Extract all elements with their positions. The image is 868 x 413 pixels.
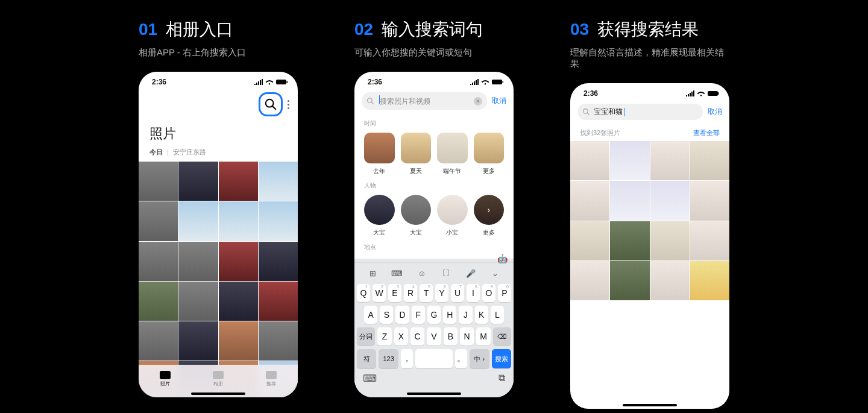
suggest-summer[interactable]: 夏天 <box>401 133 432 175</box>
photo-thumb[interactable] <box>178 242 218 281</box>
key-backspace[interactable]: ⌫ <box>493 327 511 345</box>
key[interactable]: A <box>364 306 377 324</box>
key[interactable]: D <box>395 306 409 324</box>
key-symbol[interactable]: 符 <box>357 349 376 368</box>
photo-thumb[interactable] <box>139 282 178 321</box>
photo-thumb[interactable] <box>219 201 258 241</box>
key[interactable]: 5T <box>420 284 433 302</box>
result-thumb[interactable] <box>690 181 729 220</box>
key[interactable]: 8I <box>467 284 480 302</box>
nav-photos[interactable]: 照片 <box>160 371 171 387</box>
kb-switch-icon[interactable]: ⌨ <box>363 373 377 384</box>
kb-collapse-icon[interactable]: ⌄ <box>488 268 503 279</box>
photo-thumb[interactable] <box>219 321 258 361</box>
photo-thumb[interactable] <box>259 242 298 281</box>
photo-thumb[interactable] <box>259 321 298 361</box>
key[interactable]: 9O <box>482 284 495 302</box>
result-thumb[interactable] <box>610 141 649 180</box>
key-numeric[interactable]: 123 <box>379 349 398 368</box>
key[interactable]: 2W <box>373 284 386 302</box>
clear-button[interactable]: ✕ <box>474 97 482 106</box>
kb-handwriting-icon[interactable]: 〔〕 <box>439 268 453 279</box>
photo-thumb[interactable] <box>139 321 178 361</box>
search-input[interactable]: 搜索照片和视频 ✕ <box>362 92 487 110</box>
result-thumb[interactable] <box>610 181 649 220</box>
photo-thumb[interactable] <box>178 162 218 201</box>
key-lang[interactable]: 中 › <box>470 349 489 368</box>
kb-mic-icon[interactable]: 🎤 <box>464 268 478 279</box>
suggest-festival[interactable]: 端午节 <box>437 133 468 175</box>
key[interactable]: F <box>412 306 425 324</box>
time-suggestions: 去年 夏天 端午节 更多 <box>354 133 514 175</box>
result-thumb[interactable] <box>610 261 649 300</box>
photo-thumb[interactable] <box>139 242 178 281</box>
photo-thumb[interactable] <box>139 201 178 241</box>
result-thumb[interactable] <box>570 141 609 180</box>
result-thumb[interactable] <box>690 261 729 300</box>
result-thumb[interactable] <box>570 261 609 300</box>
key[interactable]: V <box>427 327 441 345</box>
key[interactable]: K <box>475 306 488 324</box>
assistant-icon[interactable]: 🤖 <box>497 254 508 263</box>
suggest-more[interactable]: 更多 <box>474 133 505 175</box>
view-all-button[interactable]: 查看全部 <box>693 128 720 137</box>
kb-emoji-icon[interactable]: ☺ <box>415 268 429 279</box>
key[interactable]: 6Y <box>435 284 448 302</box>
photo-thumb[interactable] <box>259 162 298 201</box>
key[interactable]: 4R <box>404 284 417 302</box>
key[interactable]: N <box>460 327 474 345</box>
key[interactable]: X <box>394 327 408 345</box>
result-thumb[interactable] <box>650 141 690 180</box>
cancel-button[interactable]: 取消 <box>492 96 506 106</box>
result-thumb[interactable] <box>650 181 690 220</box>
result-thumb[interactable] <box>690 221 729 260</box>
key-period[interactable]: 。 <box>455 349 467 368</box>
nav-albums[interactable]: 相册 <box>213 371 224 387</box>
photo-thumb[interactable] <box>219 282 258 321</box>
suggest-last-year[interactable]: 去年 <box>364 133 395 175</box>
suggest-person[interactable]: 小宝 <box>437 195 468 238</box>
key[interactable]: C <box>410 327 424 345</box>
result-thumb[interactable] <box>690 141 729 180</box>
photo-thumb[interactable] <box>259 282 298 321</box>
key[interactable]: 0P <box>498 284 511 302</box>
suggest-person[interactable]: 大宝 <box>401 195 432 238</box>
kb-keyboard-icon[interactable]: ⌨ <box>390 268 404 279</box>
cancel-button[interactable]: 取消 <box>708 107 722 117</box>
photo-thumb[interactable] <box>178 201 218 241</box>
key[interactable]: J <box>459 306 472 324</box>
result-thumb[interactable] <box>570 181 609 220</box>
photo-thumb[interactable] <box>139 162 178 201</box>
kb-clipboard-icon[interactable]: ⧉ <box>498 373 505 384</box>
key[interactable]: H <box>443 306 456 324</box>
key-split[interactable]: 分词 <box>357 327 375 345</box>
result-thumb[interactable] <box>650 261 690 300</box>
result-thumb[interactable] <box>570 221 609 260</box>
key-comma[interactable]: ， <box>401 349 413 368</box>
key[interactable]: M <box>476 327 490 345</box>
nav-for-you[interactable]: 推荐 <box>266 371 277 387</box>
key[interactable]: 3E <box>388 284 401 302</box>
result-thumb[interactable] <box>610 221 649 260</box>
kb-grid-icon[interactable]: ⊞ <box>365 268 380 279</box>
key[interactable]: Z <box>377 327 391 345</box>
key[interactable]: S <box>380 306 393 324</box>
result-thumb[interactable] <box>650 221 690 260</box>
photo-thumb[interactable] <box>219 242 258 281</box>
key[interactable]: 7U <box>451 284 464 302</box>
photo-thumb[interactable] <box>219 162 258 201</box>
search-button[interactable] <box>259 92 283 116</box>
key[interactable]: 1Q <box>357 284 370 302</box>
key[interactable]: L <box>491 306 504 324</box>
suggest-person[interactable]: 大宝 <box>364 195 395 238</box>
key-space[interactable] <box>415 349 453 368</box>
suggest-person-more[interactable]: ›更多 <box>474 195 505 238</box>
photo-thumb[interactable] <box>178 282 218 321</box>
search-input[interactable]: 宝宝和猫 <box>577 104 703 120</box>
photo-thumb[interactable] <box>178 321 218 361</box>
key[interactable]: B <box>444 327 458 345</box>
key-search[interactable]: 搜索 <box>492 349 511 368</box>
key[interactable]: G <box>427 306 441 324</box>
more-menu-button[interactable] <box>285 100 292 109</box>
photo-thumb[interactable] <box>259 201 298 241</box>
